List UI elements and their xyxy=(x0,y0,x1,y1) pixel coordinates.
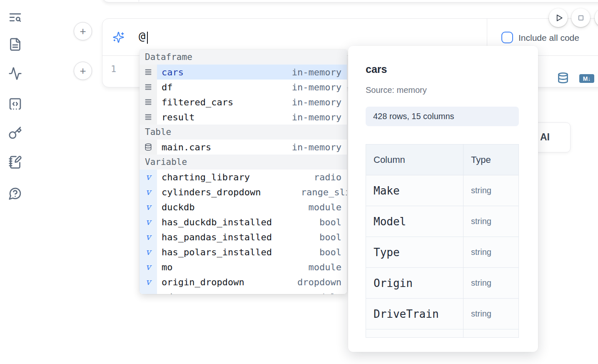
completion-type: in-memory xyxy=(292,112,341,122)
completion-type: module xyxy=(309,292,341,294)
variable-icon: v xyxy=(140,184,157,199)
column-type: string xyxy=(471,217,491,226)
completion-type: bool xyxy=(319,217,341,227)
completion-type: in-memory xyxy=(292,67,341,77)
completion-item[interactable]: filtered_cars in-memory xyxy=(140,95,347,110)
completion-type: bool xyxy=(319,232,341,242)
text-cursor xyxy=(147,32,148,44)
table-row: Make string xyxy=(366,175,519,206)
completion-name: duckdb xyxy=(162,202,194,212)
completion-item[interactable]: v pd module xyxy=(140,289,347,294)
completion-name: main.cars xyxy=(162,142,211,152)
completion-type: module xyxy=(309,202,341,212)
variable-icon: v xyxy=(140,259,157,274)
preview-dimensions-badge: 428 rows, 15 columns xyxy=(366,107,519,126)
completion-item[interactable]: v has_duckdb_installed bool xyxy=(140,214,347,229)
autocomplete-popup: Dataframe cars in-memory df in-memory fi… xyxy=(140,50,347,294)
completion-name: has_pandas_installed xyxy=(162,232,272,242)
notebook-app: + + @ Include all code 1 M↓ l AI Datafra… xyxy=(0,0,598,364)
table-row: DriveTrain string xyxy=(366,298,519,329)
completion-item[interactable]: v has_pandas_installed bool xyxy=(140,229,347,244)
completion-item[interactable]: v charting_library radio xyxy=(140,170,347,184)
completion-name: has_duckdb_installed xyxy=(162,217,272,227)
dataframe-preview-panel: cars Source: memory 428 rows, 15 columns… xyxy=(348,46,538,352)
include-all-code-label: Include all code xyxy=(518,33,579,43)
activity-icon[interactable] xyxy=(8,67,22,80)
completion-name: result xyxy=(162,112,194,122)
completion-item[interactable]: v duckdb module xyxy=(140,199,347,214)
database-icon[interactable] xyxy=(557,71,569,85)
code-square-icon[interactable] xyxy=(8,97,22,111)
variable-icon: v xyxy=(140,199,157,214)
notebook-pen-icon[interactable] xyxy=(8,155,22,169)
markdown-icon[interactable]: M↓ xyxy=(579,74,594,83)
completion-name: origin_dropdown xyxy=(162,277,244,287)
completion-type: bool xyxy=(319,247,341,257)
preview-schema-table: Column Type Make string Model string Typ… xyxy=(366,144,519,338)
column-type: string xyxy=(471,278,491,288)
completion-item[interactable]: v has_polars_installed bool xyxy=(140,244,347,259)
column-type: string xyxy=(471,309,491,319)
table-row: Type string xyxy=(366,237,519,267)
section-header-table: Table xyxy=(140,125,347,140)
completion-type: radio xyxy=(314,172,341,182)
column-type: string xyxy=(471,186,491,195)
table-header-row: Column Type xyxy=(366,144,519,175)
column-type: string xyxy=(471,247,491,257)
variable-icon: v xyxy=(140,229,157,244)
completion-name: cars xyxy=(162,67,184,77)
variable-icon: v xyxy=(140,244,157,259)
completion-item[interactable]: v cylinders_dropdown range_sli xyxy=(140,184,347,199)
type-header: Type xyxy=(463,145,518,175)
completion-type: module xyxy=(309,262,341,272)
column-name: Model xyxy=(374,215,406,228)
add-cell-above-button[interactable]: + xyxy=(74,22,92,40)
table-row-partial xyxy=(366,329,519,338)
text-search-icon[interactable] xyxy=(8,10,22,24)
dataframe-icon xyxy=(140,65,157,80)
stop-button[interactable] xyxy=(571,8,590,27)
completion-name: charting_library xyxy=(162,172,250,182)
column-name: DriveTrain xyxy=(374,308,439,320)
completion-name: pd xyxy=(162,292,173,294)
column-name: Make xyxy=(374,184,400,197)
completion-item[interactable]: v mo module xyxy=(140,259,347,274)
column-name: Type xyxy=(374,246,400,259)
add-cell-below-button[interactable]: + xyxy=(74,62,92,80)
completion-name: filtered_cars xyxy=(162,97,233,107)
key-icon[interactable] xyxy=(8,126,22,140)
line-number: 1 xyxy=(111,64,116,74)
previous-cell-fragment xyxy=(102,0,598,2)
section-header-variable: Variable xyxy=(140,155,347,170)
table-row: Origin string xyxy=(366,267,519,298)
ai-sparkles-icon xyxy=(112,31,125,43)
completion-name: mo xyxy=(162,262,173,272)
dataframe-icon xyxy=(140,110,157,125)
run-cell-button[interactable] xyxy=(549,8,568,27)
completion-item[interactable]: v origin_dropdown dropdown xyxy=(140,274,347,289)
divider xyxy=(139,0,139,2)
help-chat-icon[interactable] xyxy=(8,187,22,200)
completion-item[interactable]: cars in-memory xyxy=(140,65,347,80)
completion-type: dropdown xyxy=(297,277,341,287)
include-all-code-checkbox[interactable] xyxy=(501,32,513,43)
dataframe-icon xyxy=(140,95,157,110)
column-name: Origin xyxy=(374,277,413,289)
completion-name: df xyxy=(162,82,173,92)
completion-item[interactable]: result in-memory xyxy=(140,110,347,125)
variable-icon: v xyxy=(140,214,157,229)
preview-source: Source: memory xyxy=(366,85,427,95)
file-text-icon[interactable] xyxy=(8,37,22,51)
completion-item[interactable]: main.cars in-memory xyxy=(140,140,347,155)
completion-item[interactable]: df in-memory xyxy=(140,80,347,95)
variable-icon: v xyxy=(140,289,157,294)
completion-type: in-memory xyxy=(292,82,341,92)
completion-name: has_polars_installed xyxy=(162,247,272,257)
completion-type: in-memory xyxy=(292,97,341,107)
variable-icon: v xyxy=(140,170,157,184)
completion-type: in-memory xyxy=(292,142,341,152)
ai-prompt-input[interactable]: @ xyxy=(139,30,145,42)
table-database-icon xyxy=(140,140,157,155)
preview-title: cars xyxy=(366,63,387,75)
section-header-dataframe: Dataframe xyxy=(140,50,347,65)
